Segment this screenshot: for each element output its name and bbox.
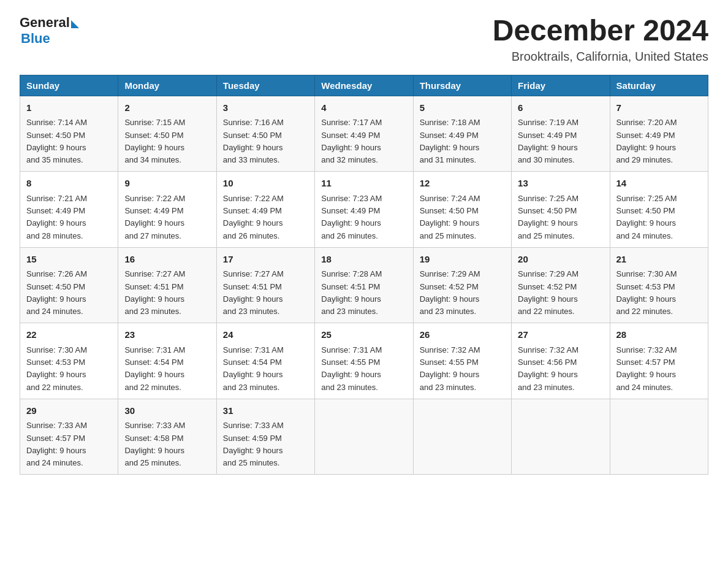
day-info: Sunrise: 7:18 AMSunset: 4:49 PMDaylight:… bbox=[420, 118, 480, 164]
logo: General Blue bbox=[20, 15, 79, 47]
calendar-cell: 10 Sunrise: 7:22 AMSunset: 4:49 PMDaylig… bbox=[216, 172, 314, 248]
day-info: Sunrise: 7:25 AMSunset: 4:50 PMDaylight:… bbox=[616, 194, 677, 240]
calendar-cell: 18 Sunrise: 7:28 AMSunset: 4:51 PMDaylig… bbox=[315, 247, 413, 323]
calendar-week-row: 22 Sunrise: 7:30 AMSunset: 4:53 PMDaylig… bbox=[20, 323, 708, 399]
day-info: Sunrise: 7:29 AMSunset: 4:52 PMDaylight:… bbox=[518, 269, 578, 316]
calendar-cell: 22 Sunrise: 7:30 AMSunset: 4:53 PMDaylig… bbox=[20, 323, 118, 399]
day-number: 30 bbox=[124, 404, 210, 418]
calendar-cell: 27 Sunrise: 7:32 AMSunset: 4:56 PMDaylig… bbox=[512, 323, 610, 399]
calendar-cell: 1 Sunrise: 7:14 AMSunset: 4:50 PMDayligh… bbox=[20, 96, 118, 172]
calendar-cell: 12 Sunrise: 7:24 AMSunset: 4:50 PMDaylig… bbox=[413, 172, 511, 248]
calendar-week-row: 29 Sunrise: 7:33 AMSunset: 4:57 PMDaylig… bbox=[20, 399, 708, 475]
calendar-cell: 16 Sunrise: 7:27 AMSunset: 4:51 PMDaylig… bbox=[118, 247, 216, 323]
calendar-cell: 2 Sunrise: 7:15 AMSunset: 4:50 PMDayligh… bbox=[118, 96, 216, 172]
day-info: Sunrise: 7:31 AMSunset: 4:54 PMDaylight:… bbox=[124, 345, 185, 392]
day-number: 26 bbox=[420, 328, 505, 342]
day-number: 5 bbox=[420, 101, 505, 115]
calendar-cell: 8 Sunrise: 7:21 AMSunset: 4:49 PMDayligh… bbox=[20, 172, 118, 248]
day-info: Sunrise: 7:25 AMSunset: 4:50 PMDaylight:… bbox=[518, 194, 578, 240]
calendar-cell bbox=[315, 399, 413, 475]
day-info: Sunrise: 7:15 AMSunset: 4:50 PMDaylight:… bbox=[124, 118, 185, 164]
calendar-cell: 13 Sunrise: 7:25 AMSunset: 4:50 PMDaylig… bbox=[512, 172, 610, 248]
calendar-table: SundayMondayTuesdayWednesdayThursdayFrid… bbox=[20, 75, 708, 475]
day-number: 28 bbox=[616, 328, 702, 342]
day-info: Sunrise: 7:30 AMSunset: 4:53 PMDaylight:… bbox=[26, 345, 87, 392]
day-number: 20 bbox=[518, 253, 603, 267]
calendar-cell: 15 Sunrise: 7:26 AMSunset: 4:50 PMDaylig… bbox=[20, 247, 118, 323]
day-number: 29 bbox=[26, 404, 112, 418]
calendar-cell: 28 Sunrise: 7:32 AMSunset: 4:57 PMDaylig… bbox=[610, 323, 708, 399]
day-info: Sunrise: 7:27 AMSunset: 4:51 PMDaylight:… bbox=[124, 269, 185, 316]
day-info: Sunrise: 7:27 AMSunset: 4:51 PMDaylight:… bbox=[223, 269, 284, 316]
day-info: Sunrise: 7:29 AMSunset: 4:52 PMDaylight:… bbox=[420, 269, 480, 316]
calendar-cell: 4 Sunrise: 7:17 AMSunset: 4:49 PMDayligh… bbox=[315, 96, 413, 172]
day-info: Sunrise: 7:32 AMSunset: 4:55 PMDaylight:… bbox=[420, 345, 480, 392]
col-header-tuesday: Tuesday bbox=[216, 75, 314, 96]
day-info: Sunrise: 7:33 AMSunset: 4:59 PMDaylight:… bbox=[223, 421, 284, 467]
calendar-cell: 5 Sunrise: 7:18 AMSunset: 4:49 PMDayligh… bbox=[413, 96, 511, 172]
calendar-cell: 3 Sunrise: 7:16 AMSunset: 4:50 PMDayligh… bbox=[216, 96, 314, 172]
title-block: December 2024 Brooktrails, California, U… bbox=[493, 15, 708, 64]
col-header-friday: Friday bbox=[512, 75, 610, 96]
day-number: 21 bbox=[616, 253, 702, 267]
calendar-cell: 31 Sunrise: 7:33 AMSunset: 4:59 PMDaylig… bbox=[216, 399, 314, 475]
calendar-cell: 29 Sunrise: 7:33 AMSunset: 4:57 PMDaylig… bbox=[20, 399, 118, 475]
calendar-cell: 19 Sunrise: 7:29 AMSunset: 4:52 PMDaylig… bbox=[413, 247, 511, 323]
calendar-cell: 20 Sunrise: 7:29 AMSunset: 4:52 PMDaylig… bbox=[512, 247, 610, 323]
day-number: 16 bbox=[124, 253, 210, 267]
day-number: 1 bbox=[26, 101, 112, 115]
day-number: 19 bbox=[420, 253, 505, 267]
day-info: Sunrise: 7:32 AMSunset: 4:56 PMDaylight:… bbox=[518, 345, 578, 392]
day-info: Sunrise: 7:33 AMSunset: 4:58 PMDaylight:… bbox=[124, 421, 185, 467]
day-number: 14 bbox=[616, 177, 702, 191]
day-number: 13 bbox=[518, 177, 603, 191]
calendar-cell bbox=[512, 399, 610, 475]
calendar-title: December 2024 bbox=[493, 15, 708, 47]
day-info: Sunrise: 7:22 AMSunset: 4:49 PMDaylight:… bbox=[223, 194, 284, 240]
day-number: 27 bbox=[518, 328, 603, 342]
day-number: 23 bbox=[124, 328, 210, 342]
day-number: 10 bbox=[223, 177, 308, 191]
calendar-cell: 7 Sunrise: 7:20 AMSunset: 4:49 PMDayligh… bbox=[610, 96, 708, 172]
day-number: 25 bbox=[321, 328, 406, 342]
calendar-cell: 9 Sunrise: 7:22 AMSunset: 4:49 PMDayligh… bbox=[118, 172, 216, 248]
day-info: Sunrise: 7:21 AMSunset: 4:49 PMDaylight:… bbox=[26, 194, 87, 240]
calendar-cell bbox=[610, 399, 708, 475]
day-number: 24 bbox=[223, 328, 308, 342]
page-header: General Blue December 2024 Brooktrails, … bbox=[20, 15, 708, 64]
logo-triangle-icon bbox=[71, 20, 79, 28]
day-info: Sunrise: 7:16 AMSunset: 4:50 PMDaylight:… bbox=[223, 118, 284, 164]
calendar-cell: 6 Sunrise: 7:19 AMSunset: 4:49 PMDayligh… bbox=[512, 96, 610, 172]
calendar-location: Brooktrails, California, United States bbox=[493, 50, 708, 64]
calendar-cell: 25 Sunrise: 7:31 AMSunset: 4:55 PMDaylig… bbox=[315, 323, 413, 399]
day-number: 4 bbox=[321, 101, 406, 115]
day-info: Sunrise: 7:22 AMSunset: 4:49 PMDaylight:… bbox=[124, 194, 185, 240]
logo-blue-text: Blue bbox=[21, 31, 79, 47]
day-number: 9 bbox=[124, 177, 210, 191]
day-number: 8 bbox=[26, 177, 112, 191]
day-info: Sunrise: 7:32 AMSunset: 4:57 PMDaylight:… bbox=[616, 345, 677, 392]
day-number: 12 bbox=[420, 177, 505, 191]
day-number: 31 bbox=[223, 404, 308, 418]
calendar-cell: 11 Sunrise: 7:23 AMSunset: 4:49 PMDaylig… bbox=[315, 172, 413, 248]
day-number: 15 bbox=[26, 253, 112, 267]
col-header-thursday: Thursday bbox=[413, 75, 511, 96]
day-number: 11 bbox=[321, 177, 406, 191]
calendar-header-row: SundayMondayTuesdayWednesdayThursdayFrid… bbox=[20, 75, 708, 96]
day-number: 3 bbox=[223, 101, 308, 115]
calendar-cell: 24 Sunrise: 7:31 AMSunset: 4:54 PMDaylig… bbox=[216, 323, 314, 399]
col-header-wednesday: Wednesday bbox=[315, 75, 413, 96]
day-info: Sunrise: 7:30 AMSunset: 4:53 PMDaylight:… bbox=[616, 269, 677, 316]
col-header-monday: Monday bbox=[118, 75, 216, 96]
day-info: Sunrise: 7:26 AMSunset: 4:50 PMDaylight:… bbox=[26, 269, 87, 316]
day-info: Sunrise: 7:33 AMSunset: 4:57 PMDaylight:… bbox=[26, 421, 87, 467]
calendar-week-row: 1 Sunrise: 7:14 AMSunset: 4:50 PMDayligh… bbox=[20, 96, 708, 172]
day-number: 6 bbox=[518, 101, 603, 115]
calendar-cell bbox=[413, 399, 511, 475]
day-info: Sunrise: 7:19 AMSunset: 4:49 PMDaylight:… bbox=[518, 118, 578, 164]
day-info: Sunrise: 7:31 AMSunset: 4:55 PMDaylight:… bbox=[321, 345, 382, 392]
day-number: 22 bbox=[26, 328, 112, 342]
calendar-cell: 17 Sunrise: 7:27 AMSunset: 4:51 PMDaylig… bbox=[216, 247, 314, 323]
logo-general-text: General bbox=[20, 15, 70, 31]
day-number: 2 bbox=[124, 101, 210, 115]
